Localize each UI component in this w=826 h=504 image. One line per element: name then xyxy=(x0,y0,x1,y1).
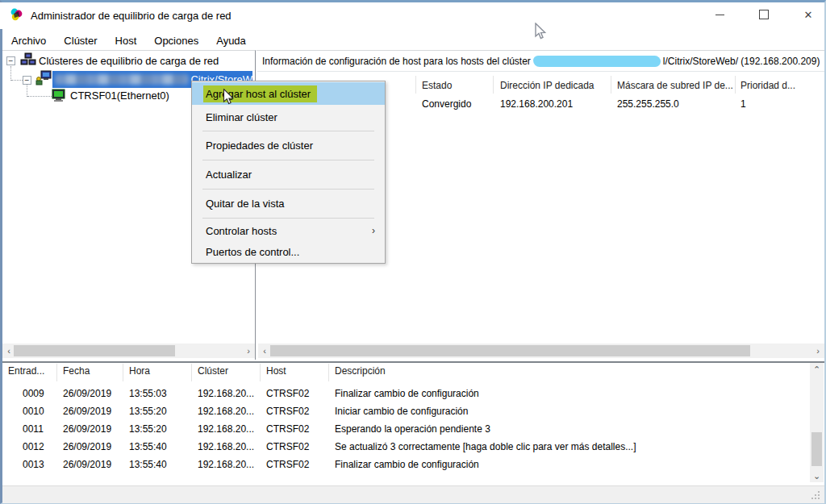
menu-separator xyxy=(202,189,374,190)
column-divider[interactable] xyxy=(328,364,329,381)
submenu-arrow-icon: › xyxy=(372,225,375,236)
hostlist-hscrollbar[interactable]: ‹ › xyxy=(258,344,824,358)
column-divider[interactable] xyxy=(191,364,192,381)
host-row-mascara[interactable]: 255.255.255.0 xyxy=(617,98,679,110)
host-computer-icon xyxy=(52,89,66,102)
scroll-up-icon[interactable]: ⌃ xyxy=(810,363,824,376)
close-button[interactable]: ✕ xyxy=(792,4,824,25)
column-divider[interactable] xyxy=(260,364,261,381)
resize-grip-icon[interactable] xyxy=(811,491,820,499)
log-col-entrada[interactable]: Entrad... xyxy=(8,365,44,377)
col-prioridad[interactable]: Prioridad d... xyxy=(740,80,795,91)
menu-bar: Archivo Clúster Host Opciones Ayuda xyxy=(2,31,824,51)
status-bar xyxy=(2,485,824,503)
menu-item-actualizar[interactable]: Actualizar xyxy=(192,162,385,187)
host-row-ip[interactable]: 192.168.200.201 xyxy=(500,98,573,110)
scroll-down-icon[interactable]: ⌄ xyxy=(810,469,824,482)
redacted-cluster-name xyxy=(55,74,189,85)
menu-separator xyxy=(202,218,374,219)
mouse-cursor-idle-icon xyxy=(534,23,547,40)
scroll-thumb[interactable] xyxy=(270,345,750,356)
tree-hscrollbar[interactable]: ‹ › xyxy=(2,344,255,358)
menu-item-agregar-host[interactable]: Agregar host al clúster xyxy=(192,82,385,105)
header-prefix: Información de configuración de host par… xyxy=(262,56,531,67)
app-icon xyxy=(9,7,23,22)
tree-root-label[interactable]: Clústeres de equilibrio de carga de red xyxy=(39,55,219,67)
column-divider[interactable] xyxy=(415,76,416,94)
window-title: Administrador de equilibrio de carga de … xyxy=(31,10,232,22)
maximize-button[interactable] xyxy=(748,4,780,25)
tree-expander-root[interactable]: − xyxy=(6,56,15,65)
menu-item-puertos-control[interactable]: Puertos de control... xyxy=(192,241,385,262)
redacted-cluster-blob xyxy=(533,56,661,67)
tree-line xyxy=(27,96,52,97)
mouse-cursor-click-icon xyxy=(223,89,235,106)
menu-host[interactable]: Host xyxy=(106,32,146,49)
title-bar: Administrador de equilibrio de carga de … xyxy=(0,2,824,29)
maximize-icon xyxy=(759,10,769,19)
column-divider[interactable] xyxy=(56,364,57,381)
minimize-icon xyxy=(715,15,724,15)
tree-line xyxy=(11,80,23,81)
header-suffix: l/Citrix/StoreWeb/ (192.168.200.209) xyxy=(663,56,820,67)
scroll-right-icon[interactable]: › xyxy=(242,344,255,358)
column-divider[interactable] xyxy=(123,364,123,381)
menu-cluster[interactable]: Clúster xyxy=(55,32,106,49)
cluster-node-icon xyxy=(35,70,52,86)
host-row-estado[interactable]: Convergido xyxy=(422,98,471,110)
menu-item-quitar-vista[interactable]: Quitar de la vista xyxy=(192,191,385,216)
menu-ayuda[interactable]: Ayuda xyxy=(207,32,255,49)
column-divider[interactable] xyxy=(493,76,494,94)
log-col-cluster[interactable]: Clúster xyxy=(198,365,228,377)
menu-separator xyxy=(202,160,374,160)
scroll-thumb[interactable] xyxy=(14,345,175,356)
log-col-host[interactable]: Host xyxy=(266,365,286,377)
column-divider[interactable] xyxy=(611,76,611,94)
scroll-left-icon[interactable]: ‹ xyxy=(258,344,271,358)
host-row-prioridad[interactable]: 1 xyxy=(740,98,746,110)
menu-item-propiedades[interactable]: Propiedades de clúster xyxy=(192,133,385,158)
log-col-descripcion[interactable]: Descripción xyxy=(335,365,386,377)
col-estado[interactable]: Estado xyxy=(422,80,452,91)
menu-item-eliminar-cluster[interactable]: Eliminar clúster xyxy=(192,105,385,129)
col-mascara[interactable]: Máscara de subred IP de... xyxy=(617,80,733,91)
menu-separator xyxy=(202,131,374,131)
scroll-right-icon[interactable]: › xyxy=(811,344,824,358)
tree-host-label[interactable]: CTRSF01(Ethernet0) xyxy=(70,90,169,102)
cluster-context-menu: Agregar host al clúster Eliminar clúster… xyxy=(191,81,386,264)
tree-expander-cluster[interactable]: − xyxy=(23,76,31,85)
minimize-button[interactable] xyxy=(703,4,736,25)
log-col-fecha[interactable]: Fecha xyxy=(63,365,90,377)
menu-archivo[interactable]: Archivo xyxy=(2,32,55,49)
menu-opciones[interactable]: Opciones xyxy=(145,32,207,49)
close-icon: ✕ xyxy=(804,9,813,21)
log-col-hora[interactable]: Hora xyxy=(129,365,150,377)
cluster-group-icon xyxy=(20,52,36,67)
menu-item-controlar-hosts[interactable]: Controlar hosts › xyxy=(192,220,385,241)
col-direccion-ip[interactable]: Dirección IP dedicada xyxy=(500,80,594,91)
tree-line xyxy=(10,66,11,81)
scroll-thumb[interactable] xyxy=(811,432,822,466)
annotation-highlight: Agregar host al clúster xyxy=(203,85,317,102)
tree-line xyxy=(27,85,27,97)
column-divider[interactable] xyxy=(735,76,736,94)
host-config-header: Información de configuración de host par… xyxy=(257,51,824,72)
log-vscrollbar[interactable]: ⌃ ⌄ xyxy=(810,363,824,482)
